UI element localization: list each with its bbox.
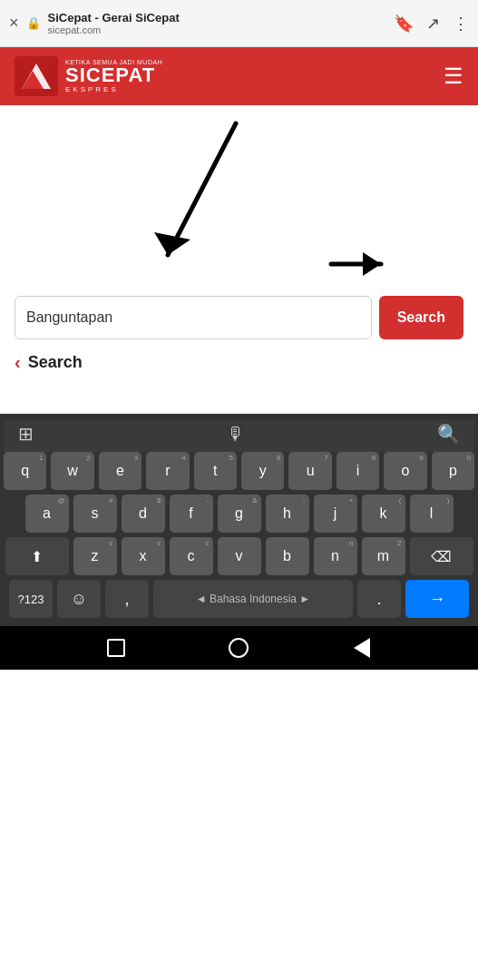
- nav-triangle-icon: [354, 638, 370, 658]
- url-display: sicepat.com: [48, 24, 386, 35]
- key-x[interactable]: cx: [122, 537, 165, 575]
- keyboard-search-icon[interactable]: 🔍: [437, 423, 460, 445]
- key-z[interactable]: cz: [73, 537, 117, 575]
- svg-line-3: [168, 123, 236, 255]
- key-y[interactable]: 6y: [241, 452, 284, 490]
- key-m[interactable]: 2m: [362, 537, 405, 575]
- backspace-key[interactable]: ⌫: [410, 537, 473, 575]
- url-area: SiCepat - Gerai SiCepat sicepat.com: [48, 11, 386, 35]
- keyboard-row-1: 1q 2w 3e 4r 5t 6y 7u 8i 9o 0p: [4, 452, 474, 490]
- key-r[interactable]: 4r: [146, 452, 189, 490]
- search-section-label: Search: [28, 353, 83, 372]
- space-key[interactable]: ◄ Bahasa Indonesia ►: [153, 580, 353, 618]
- comma-key[interactable]: ,: [105, 580, 149, 618]
- key-e[interactable]: 3e: [99, 452, 141, 490]
- key-n[interactable]: nn: [314, 537, 357, 575]
- close-icon[interactable]: ×: [9, 14, 19, 33]
- nav-circle-icon: [229, 638, 249, 658]
- arrow-annotation: [0, 105, 478, 305]
- enter-key[interactable]: →: [405, 580, 469, 618]
- more-menu-icon[interactable]: ⋮: [453, 14, 469, 34]
- logo-container: KETIKA SEMUA JADI MUDAH SICEPAT EKSPRES: [15, 56, 162, 96]
- key-i[interactable]: 8i: [337, 452, 379, 490]
- keyboard-grid-icon[interactable]: ⊞: [18, 423, 34, 445]
- key-p[interactable]: 0p: [432, 452, 474, 490]
- key-f[interactable]: -f: [170, 495, 213, 533]
- keyboard-mic-icon[interactable]: 🎙: [227, 424, 245, 445]
- key-o[interactable]: 9o: [384, 452, 426, 490]
- key-t[interactable]: 5t: [194, 452, 237, 490]
- logo-brand: SICEPAT: [65, 65, 162, 85]
- key-g[interactable]: &g: [218, 495, 261, 533]
- back-icon[interactable]: ‹: [15, 352, 21, 373]
- key-d[interactable]: $d: [122, 495, 165, 533]
- nav-circle-button[interactable]: [226, 635, 251, 661]
- key-l[interactable]: )l: [410, 495, 454, 533]
- share-icon[interactable]: ↗: [426, 14, 440, 34]
- search-area: Search: [0, 296, 478, 339]
- nav-back-button[interactable]: [349, 635, 375, 661]
- period-key[interactable]: .: [357, 580, 401, 618]
- emoji-key[interactable]: ☺: [57, 580, 101, 618]
- key-j[interactable]: +j: [314, 495, 357, 533]
- browser-bar: × 🔒 SiCepat - Gerai SiCepat sicepat.com …: [0, 0, 478, 47]
- logo-text: KETIKA SEMUA JADI MUDAH SICEPAT EKSPRES: [65, 59, 162, 93]
- keyboard-row-4: ?123 ☺ , ◄ Bahasa Indonesia ► . →: [4, 580, 474, 618]
- nav-square-button[interactable]: [103, 635, 129, 661]
- keyboard-toolbar: ⊞ 🎙 🔍: [4, 419, 474, 452]
- keyboard-row-3: ⬆ cz cx cc v b nn 2m ⌫: [4, 537, 474, 575]
- logo-sub: EKSPRES: [65, 85, 162, 93]
- key-b[interactable]: b: [266, 537, 309, 575]
- svg-marker-6: [363, 252, 381, 276]
- svg-marker-4: [154, 232, 190, 255]
- bottom-nav-bar: [0, 626, 478, 670]
- arrow-svg: [0, 105, 478, 305]
- symbols-key[interactable]: ?123: [9, 580, 53, 618]
- key-k[interactable]: (k: [362, 495, 405, 533]
- top-navbar: KETIKA SEMUA JADI MUDAH SICEPAT EKSPRES …: [0, 47, 478, 105]
- nav-square-icon: [107, 639, 125, 657]
- key-q[interactable]: 1q: [4, 452, 46, 490]
- main-content: Search ‹ Search: [0, 105, 478, 414]
- bookmark-icon[interactable]: 🔖: [394, 14, 414, 34]
- key-s[interactable]: #s: [73, 495, 117, 533]
- key-a[interactable]: @a: [25, 495, 69, 533]
- search-button[interactable]: Search: [379, 296, 463, 339]
- lock-icon: 🔒: [26, 16, 41, 30]
- key-c[interactable]: cc: [170, 537, 213, 575]
- browser-actions: 🔖 ↗ ⋮: [394, 14, 469, 34]
- logo-icon: [15, 56, 58, 96]
- key-w[interactable]: 2w: [51, 452, 93, 490]
- key-u[interactable]: 7u: [288, 452, 331, 490]
- back-search-row: ‹ Search: [0, 339, 478, 386]
- hamburger-icon[interactable]: ☰: [444, 64, 463, 89]
- search-input[interactable]: [26, 309, 360, 326]
- page-title: SiCepat - Gerai SiCepat: [48, 11, 386, 24]
- shift-key[interactable]: ⬆: [5, 537, 69, 575]
- key-h[interactable]: -h: [266, 495, 309, 533]
- search-input-wrapper: [15, 296, 372, 339]
- key-v[interactable]: v: [218, 537, 261, 575]
- keyboard-row-2: @a #s $d -f &g -h +j (k )l: [4, 495, 474, 533]
- keyboard: ⊞ 🎙 🔍 1q 2w 3e 4r 5t 6y 7u 8i 9o 0p @a #…: [0, 414, 478, 626]
